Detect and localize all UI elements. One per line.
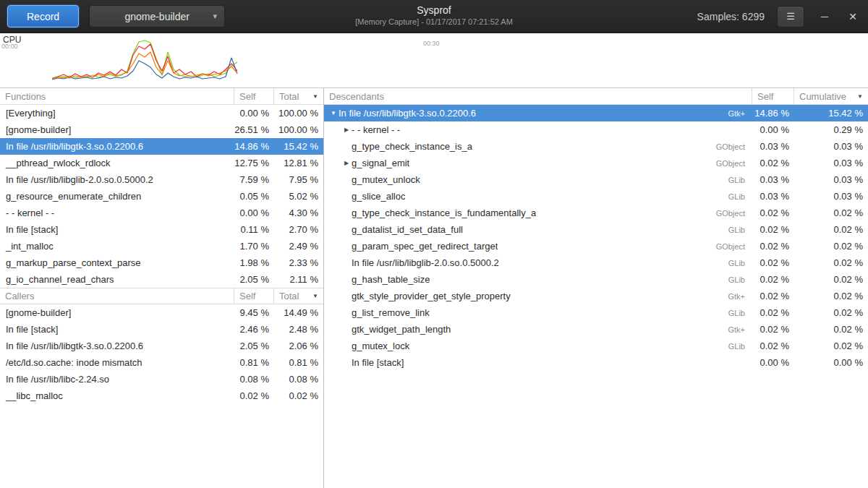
menu-button[interactable]: ☰	[777, 6, 804, 27]
row-label: In file [stack]	[0, 224, 234, 235]
self-value: 14.86 %	[234, 141, 274, 152]
target-process-dropdown[interactable]: gnome-builder ▾	[89, 5, 225, 27]
descendant-name-cell: gtk_style_provider_get_style_propertyGtk…	[324, 291, 752, 301]
sort-indicator-icon: ▼	[308, 293, 318, 299]
column-header-callers[interactable]: Callers	[0, 288, 234, 304]
table-row[interactable]: ▶- - kernel - -0.00 %0.29 %	[324, 121, 868, 138]
row-label: g_datalist_id_set_data_full	[352, 224, 463, 235]
self-value: 9.45 %	[234, 307, 274, 318]
table-row[interactable]: __pthread_rwlock_rdlock12.75 %12.81 %	[0, 155, 323, 171]
table-row[interactable]: g_mutex_lockGLib0.02 %0.02 %	[324, 338, 868, 354]
table-row[interactable]: g_param_spec_get_redirect_targetGObject0…	[324, 238, 868, 254]
column-header-self[interactable]: Self	[752, 88, 794, 104]
expander-closed-icon[interactable]: ▶	[341, 127, 352, 133]
library-badge: GLib	[721, 342, 752, 351]
descendant-name-cell: g_hash_table_sizeGLib	[324, 274, 752, 285]
chevron-down-icon: ▾	[213, 12, 218, 21]
table-row[interactable]: g_datalist_id_set_data_fullGLib0.02 %0.0…	[324, 221, 868, 238]
library-badge: GLib	[721, 259, 752, 267]
column-header-self[interactable]: Self	[234, 88, 274, 104]
table-row[interactable]: ▼In file /usr/lib/libgtk-3.so.0.2200.6Gt…	[324, 105, 868, 121]
table-row[interactable]: g_slice_allocGLib0.03 %0.03 %	[324, 188, 868, 205]
self-value: 0.02 %	[752, 324, 794, 335]
table-row[interactable]: ▶g_signal_emitGObject0.02 %0.03 %	[324, 155, 868, 171]
column-label: Self	[239, 91, 255, 102]
hamburger-icon: ☰	[786, 11, 795, 22]
self-value: 26.51 %	[234, 124, 274, 135]
self-value: 0.00 %	[234, 108, 274, 119]
table-row[interactable]: g_markup_parse_context_parse1.98 %2.33 %	[0, 254, 323, 271]
table-row[interactable]: In file /usr/lib/libglib-2.0.so.0.5000.2…	[0, 171, 323, 188]
table-row[interactable]: In file /usr/lib/libglib-2.0.so.0.5000.2…	[324, 254, 868, 271]
minimize-button[interactable]: ─	[817, 9, 833, 25]
self-value: 0.02 %	[752, 158, 794, 168]
library-badge: Gtk+	[720, 109, 752, 118]
row-label: g_mutex_unlock	[352, 174, 420, 185]
table-row[interactable]: g_list_remove_linkGLib0.02 %0.02 %	[324, 304, 868, 321]
total-value: 2.33 %	[274, 257, 323, 268]
table-row[interactable]: gtk_widget_path_lengthGtk+0.02 %0.02 %	[324, 321, 868, 338]
descendant-name-cell: g_slice_allocGLib	[324, 191, 752, 202]
table-row[interactable]: g_type_check_instance_is_aGObject0.03 %0…	[324, 138, 868, 155]
table-row[interactable]: [Everything]0.00 %100.00 %	[0, 105, 323, 121]
table-row[interactable]: In file [stack]0.00 %0.00 %	[324, 354, 868, 371]
total-value: 4.30 %	[274, 207, 323, 218]
self-value: 0.02 %	[752, 241, 794, 252]
record-button[interactable]: Record	[7, 5, 79, 27]
descendant-name-cell: g_mutex_lockGLib	[324, 341, 752, 351]
table-row[interactable]: gtk_style_provider_get_style_propertyGtk…	[324, 288, 868, 304]
cumulative-value: 0.03 %	[794, 174, 868, 185]
table-row[interactable]: [gnome-builder]26.51 %100.00 %	[0, 121, 323, 138]
table-row[interactable]: /etc/ld.so.cache: inode mismatch0.81 %0.…	[0, 354, 323, 371]
row-label: __libc_malloc	[0, 390, 234, 401]
self-value: 0.02 %	[752, 274, 794, 285]
table-row[interactable]: g_type_check_instance_is_fundamentally_a…	[324, 205, 868, 221]
table-row[interactable]: g_io_channel_read_chars2.05 %2.11 %	[0, 271, 323, 288]
expander-open-icon[interactable]: ▼	[328, 110, 339, 116]
table-row[interactable]: In file /usr/lib/libgtk-3.so.0.2200.614.…	[0, 138, 323, 155]
time-tick-mid: 00:30	[423, 40, 440, 47]
row-label: In file /usr/lib/libc-2.24.so	[0, 374, 234, 385]
time-tick-start: 00:00	[1, 43, 18, 50]
table-row[interactable]: - - kernel - -0.00 %4.30 %	[0, 205, 323, 221]
self-value: 0.02 %	[752, 291, 794, 301]
table-row[interactable]: In file /usr/lib/libgtk-3.so.0.2200.62.0…	[0, 338, 323, 354]
self-value: 0.03 %	[752, 141, 794, 152]
self-value: 0.02 %	[752, 207, 794, 218]
cumulative-value: 0.02 %	[794, 324, 868, 335]
table-row[interactable]: In file [stack]2.46 %2.48 %	[0, 321, 323, 338]
table-row[interactable]: In file /usr/lib/libc-2.24.so0.08 %0.08 …	[0, 371, 323, 388]
table-row[interactable]: __libc_malloc0.02 %0.02 %	[0, 388, 323, 404]
cumulative-value: 0.29 %	[794, 124, 868, 135]
column-header-self[interactable]: Self	[234, 288, 274, 304]
table-row[interactable]: _int_malloc1.70 %2.49 %	[0, 238, 323, 254]
table-row[interactable]: g_hash_table_sizeGLib0.02 %0.02 %	[324, 271, 868, 288]
table-row[interactable]: g_mutex_unlockGLib0.03 %0.03 %	[324, 171, 868, 188]
self-value: 0.11 %	[234, 224, 274, 235]
column-header-descendants[interactable]: Descendants	[324, 88, 752, 104]
table-row[interactable]: [gnome-builder]9.45 %14.49 %	[0, 304, 323, 321]
row-label: gtk_widget_path_length	[352, 324, 451, 335]
cumulative-value: 0.00 %	[794, 357, 868, 368]
cumulative-value: 0.02 %	[794, 307, 868, 318]
table-row[interactable]: In file [stack]0.11 %2.70 %	[0, 221, 323, 238]
column-header-functions[interactable]: Functions	[0, 88, 234, 104]
self-value: 0.03 %	[752, 191, 794, 202]
library-badge: GLib	[721, 309, 752, 317]
total-value: 2.48 %	[274, 324, 323, 335]
row-label: In file /usr/lib/libgtk-3.so.0.2200.6	[0, 141, 234, 152]
cumulative-value: 0.02 %	[794, 274, 868, 285]
column-header-cumulative[interactable]: Cumulative ▼	[794, 88, 868, 104]
column-header-total[interactable]: Total ▼	[274, 88, 323, 104]
column-header-total[interactable]: Total ▼	[274, 288, 323, 304]
row-label: gtk_style_provider_get_style_property	[352, 291, 511, 301]
close-button[interactable]: ✕	[845, 9, 861, 25]
callers-header: Callers Self Total ▼	[0, 288, 323, 304]
row-label: g_list_remove_link	[352, 307, 430, 318]
expander-closed-icon[interactable]: ▶	[341, 160, 352, 166]
table-row[interactable]: g_resource_enumerate_children0.05 %5.02 …	[0, 188, 323, 205]
descendants-header: Descendants Self Cumulative ▼	[324, 88, 868, 105]
library-badge: GObject	[709, 159, 752, 168]
cpu-graph[interactable]: CPU 00:00 00:30	[0, 33, 868, 88]
self-value: 7.59 %	[234, 174, 274, 185]
